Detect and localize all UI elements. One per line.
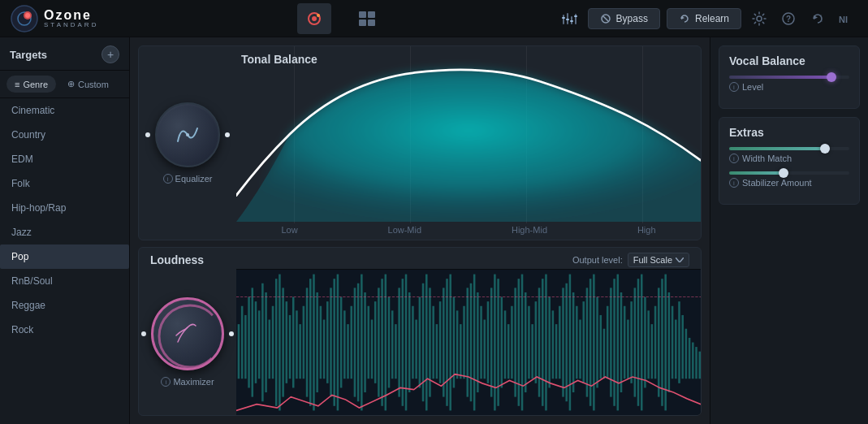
svg-rect-66 bbox=[357, 283, 360, 401]
sidebar-item-country[interactable]: Country bbox=[0, 123, 129, 147]
maximizer-knob[interactable] bbox=[151, 297, 224, 370]
svg-rect-160 bbox=[678, 301, 680, 383]
svg-rect-142 bbox=[617, 275, 620, 411]
loudness-content: i Maximizer bbox=[139, 269, 701, 415]
stabilizer-info-icon[interactable]: i bbox=[729, 178, 739, 188]
svg-rect-134 bbox=[589, 279, 592, 406]
sidebar-item-jazz[interactable]: Jazz bbox=[0, 220, 129, 244]
sidebar-tab-custom[interactable]: ⊕ Custom bbox=[59, 76, 117, 93]
stabilizer-thumb[interactable] bbox=[779, 168, 788, 178]
vocal-balance-slider-row: i Level bbox=[729, 76, 849, 92]
svg-marker-21 bbox=[681, 16, 684, 19]
equalizer-knob[interactable] bbox=[155, 102, 220, 167]
svg-rect-36 bbox=[255, 301, 257, 383]
svg-rect-59 bbox=[333, 279, 335, 406]
svg-rect-16 bbox=[566, 19, 569, 20]
svg-rect-80 bbox=[405, 275, 408, 411]
svg-rect-146 bbox=[630, 301, 633, 383]
help-icon-btn[interactable]: ? bbox=[777, 7, 800, 30]
width-match-slider-row: i Width Match bbox=[729, 147, 849, 163]
sidebar-item-hiphop[interactable]: Hip-hop/Rap bbox=[0, 196, 129, 220]
vocal-level-label: i Level bbox=[729, 82, 849, 92]
svg-rect-136 bbox=[596, 297, 598, 388]
add-target-button[interactable]: + bbox=[101, 45, 119, 63]
ni-logo-btn[interactable]: NI bbox=[836, 7, 858, 30]
svg-rect-101 bbox=[477, 292, 479, 392]
svg-rect-57 bbox=[326, 301, 329, 383]
undo-icon-btn[interactable] bbox=[806, 7, 829, 30]
output-level-label: Output level: bbox=[572, 255, 623, 265]
vocal-level-fill bbox=[729, 76, 831, 79]
sidebar-item-rnbsoul[interactable]: RnB/Soul bbox=[0, 269, 129, 293]
width-match-track[interactable] bbox=[729, 147, 849, 150]
svg-rect-153 bbox=[654, 306, 657, 379]
svg-rect-145 bbox=[627, 320, 629, 379]
nav-center bbox=[123, 3, 559, 34]
svg-rect-44 bbox=[282, 288, 284, 396]
vocal-level-track[interactable] bbox=[729, 76, 849, 79]
svg-text:?: ? bbox=[786, 15, 791, 24]
svg-rect-128 bbox=[569, 275, 572, 411]
tonal-balance-chart: Tonal Balance bbox=[236, 46, 701, 240]
sidebar-item-cinematic[interactable]: Cinematic bbox=[0, 98, 129, 123]
sidebar-item-rock[interactable]: Rock bbox=[0, 318, 129, 342]
settings-icon-btn[interactable] bbox=[748, 7, 771, 30]
svg-rect-114 bbox=[521, 275, 524, 411]
svg-rect-76 bbox=[391, 310, 394, 379]
svg-rect-100 bbox=[473, 275, 476, 411]
svg-rect-18 bbox=[574, 15, 577, 17]
tonal-curve-svg bbox=[236, 46, 701, 222]
mixer-icon-btn[interactable] bbox=[559, 7, 581, 30]
svg-rect-35 bbox=[252, 288, 254, 396]
equalizer-knob-symbol bbox=[171, 119, 204, 151]
svg-rect-123 bbox=[552, 310, 555, 379]
relearn-button[interactable]: Relearn bbox=[667, 8, 741, 29]
output-level-select[interactable]: Full Scale bbox=[628, 253, 689, 267]
knob-dot-left bbox=[145, 132, 150, 137]
vocal-level-info-icon[interactable]: i bbox=[729, 82, 739, 92]
svg-rect-132 bbox=[582, 301, 585, 383]
svg-rect-54 bbox=[316, 292, 318, 392]
sidebar-tab-genre[interactable]: ≡ Genre bbox=[6, 76, 56, 93]
svg-rect-133 bbox=[586, 288, 589, 396]
nav-modules-btn[interactable] bbox=[351, 3, 385, 34]
svg-rect-150 bbox=[644, 297, 646, 388]
svg-rect-126 bbox=[562, 288, 564, 396]
svg-rect-45 bbox=[286, 301, 288, 383]
stabilizer-track[interactable] bbox=[729, 171, 849, 175]
svg-rect-68 bbox=[364, 292, 366, 392]
sidebar-item-edm[interactable]: EDM bbox=[0, 147, 129, 171]
svg-rect-8 bbox=[368, 11, 375, 18]
width-match-info-icon[interactable]: i bbox=[729, 154, 739, 163]
sidebar-item-folk[interactable]: Folk bbox=[0, 171, 129, 196]
svg-rect-62 bbox=[343, 310, 346, 379]
svg-rect-42 bbox=[275, 279, 278, 406]
bypass-button[interactable]: Bypass bbox=[588, 8, 660, 29]
svg-rect-81 bbox=[408, 292, 411, 392]
svg-rect-79 bbox=[402, 279, 404, 406]
nav-analyzer-btn[interactable] bbox=[297, 3, 331, 34]
equalizer-info-icon[interactable]: i bbox=[163, 174, 173, 184]
svg-rect-89 bbox=[436, 324, 438, 379]
svg-rect-93 bbox=[449, 275, 451, 411]
svg-rect-127 bbox=[565, 283, 568, 401]
svg-rect-39 bbox=[265, 292, 267, 392]
svg-rect-55 bbox=[320, 306, 322, 379]
svg-rect-38 bbox=[261, 283, 264, 401]
sidebar-item-reggae[interactable]: Reggae bbox=[0, 293, 129, 318]
svg-rect-63 bbox=[347, 324, 349, 379]
width-match-thumb[interactable] bbox=[820, 144, 830, 154]
svg-rect-148 bbox=[637, 279, 640, 406]
svg-point-6 bbox=[317, 14, 320, 17]
sidebar-item-pop[interactable]: Pop bbox=[0, 244, 129, 269]
svg-rect-141 bbox=[613, 279, 615, 406]
sidebar-title: Targets bbox=[10, 49, 47, 61]
maximizer-info-icon[interactable]: i bbox=[161, 377, 171, 387]
svg-rect-50 bbox=[303, 306, 305, 379]
stabilizer-label: i Stabilizer Amount bbox=[729, 178, 849, 188]
equalizer-knob-area: i Equalizer bbox=[139, 46, 236, 240]
extras-section: Extras i Width Match i bbox=[719, 117, 860, 205]
vocal-level-thumb[interactable] bbox=[827, 72, 836, 82]
app-name: Ozone bbox=[44, 9, 98, 22]
svg-rect-112 bbox=[514, 288, 516, 396]
